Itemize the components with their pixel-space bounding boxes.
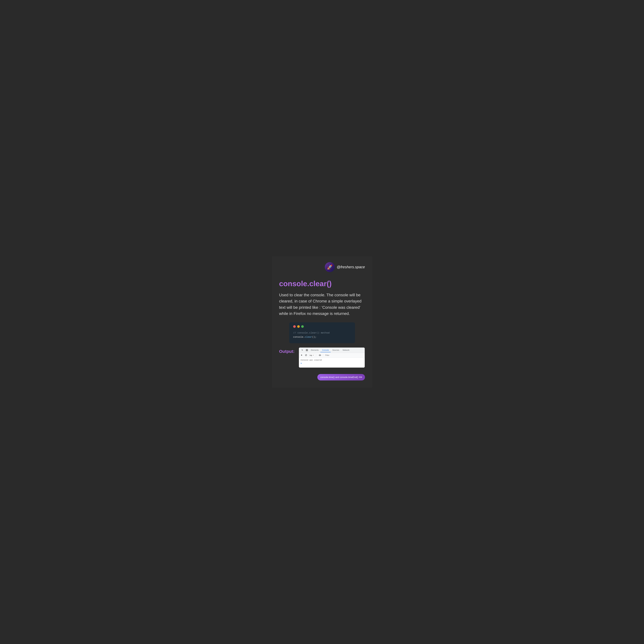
method-title: console.clear() [279, 279, 365, 288]
devtools-section: Output: Elements Co [279, 348, 365, 368]
avatar-emoji: 🚀 [327, 264, 333, 270]
output-label: Output: [279, 349, 295, 354]
svg-point-7 [320, 355, 320, 355]
devtools-cursor-icon[interactable] [300, 348, 304, 352]
main-card: 🚀 @freshers.space console.clear() Used t… [272, 256, 372, 388]
dot-red [293, 325, 296, 328]
toolbar-context-label: top [310, 354, 312, 356]
tab-network[interactable]: Network [341, 348, 351, 352]
devtools-inspect-icon[interactable] [305, 348, 309, 352]
brand-name: @freshers.space [337, 265, 365, 269]
pill-label: console.time() and console.timeEnd() [320, 376, 358, 379]
toolbar-block-icon[interactable] [304, 353, 308, 357]
code-content: // console.clear() method console.clear(… [293, 331, 351, 339]
tab-sources[interactable]: Sources [331, 348, 341, 352]
svg-rect-0 [306, 349, 307, 350]
code-console: console. [293, 336, 305, 338]
code-line: console.clear(); [293, 335, 351, 339]
avatar: 🚀 [325, 262, 335, 272]
description-text: Used to clear the console. The console w… [279, 292, 365, 317]
devtools-tabs-bar: Elements Console Sources Network [299, 348, 365, 353]
toolbar-context-select[interactable]: top [309, 354, 315, 357]
svg-rect-1 [307, 349, 308, 350]
code-comment: // console.clear() method [293, 331, 351, 335]
devtools-toolbar: top [299, 353, 365, 358]
console-cleared-message: Console was cleared [301, 359, 363, 361]
next-pill[interactable]: console.time() and console.timeEnd() >> [317, 374, 365, 380]
chevrons-icon: >> [359, 376, 362, 379]
svg-rect-3 [307, 350, 308, 351]
footer: console.time() and console.timeEnd() >> [279, 374, 365, 380]
code-parens: (); [312, 336, 316, 338]
svg-rect-2 [306, 350, 307, 351]
filter-input[interactable] [325, 354, 364, 357]
toolbar-eye-icon[interactable] [318, 353, 322, 357]
console-prompt: > [301, 362, 363, 364]
code-window: // console.clear() method console.clear(… [289, 322, 355, 343]
code-method: clear [305, 336, 312, 338]
devtools-panel: Elements Console Sources Network [299, 348, 365, 368]
header: 🚀 @freshers.space [279, 262, 365, 272]
svg-line-6 [305, 355, 307, 356]
dot-yellow [297, 325, 300, 328]
dot-green [301, 325, 304, 328]
toolbar-divider-2 [323, 354, 323, 356]
svg-marker-4 [301, 354, 302, 356]
window-controls [293, 325, 351, 328]
devtools-console: Console was cleared > [299, 358, 365, 368]
tab-console[interactable]: Console [320, 348, 331, 352]
toolbar-play-icon[interactable] [300, 353, 303, 357]
tab-elements[interactable]: Elements [309, 348, 320, 352]
